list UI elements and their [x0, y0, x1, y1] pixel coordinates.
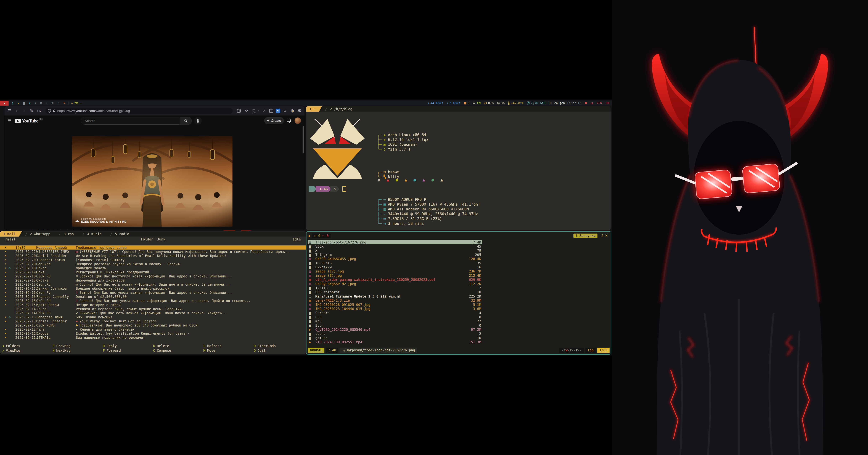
mail-row[interactable]: • 2025-02-19 Юлия Регистрация и Ликвидац… [0, 270, 306, 274]
url-bar[interactable]: https://www.youtube.com/watch?v=5b8A-jgx… [45, 108, 232, 114]
mail-row[interactable]: • 2025-02-20 Daniel Shnaider We Are Brea… [0, 254, 306, 258]
workspace-icon[interactable]: ∿ [63, 101, 66, 105]
mail-tab[interactable]: 4 music [79, 231, 107, 236]
bookmark-icon[interactable] [251, 109, 257, 113]
file-row[interactable]: ▆ Буря 0 [308, 323, 482, 327]
file-row[interactable]: ▨ IMG_20250123_164440_015.jpg 3,6M [308, 306, 482, 311]
workspace-icon[interactable]: ▆ [23, 101, 25, 105]
mail-row[interactable]: • 2025-02-17 Ozon.Ru ⊠Срочно! Для Вас ес… [0, 282, 306, 286]
workspace-icon[interactable]: ❯ [12, 101, 13, 105]
file-row[interactable]: ▢ MiniFuse1_Firmware_Update_1_5_0_212_wi… [308, 294, 482, 298]
scrollbar-thumb[interactable] [303, 126, 304, 153]
create-button[interactable]: +Create [264, 117, 284, 124]
notifications-bell-icon[interactable] [287, 118, 291, 123]
kitty-tab[interactable]: 1 ~ [306, 106, 322, 111]
file-row[interactable]: ▨ GkCOyLaXgAAP-H2.jpeg 112,2K [308, 282, 482, 286]
reload-icon[interactable]: ↻ [29, 108, 35, 113]
mail-row[interactable]: 2025-02-14 OZON_RU ✔Внимание! Для Вас ес… [0, 311, 306, 315]
mail-row[interactable]: • ✇ 2025-02-13 Лебедева Юлия SOS! Нужна … [0, 315, 306, 319]
file-row[interactable]: ▨ GkFPR-GXUAACWSS.jpeg 128,4K [308, 257, 482, 261]
voice-search-button[interactable] [194, 117, 202, 125]
shield-icon[interactable] [48, 109, 51, 113]
file-row[interactable]: ▨ image (8).jpg 212,4K [308, 273, 482, 278]
mail-row[interactable]: • 2025-02-12 Exodus Exodus Wallet: New V… [0, 331, 306, 335]
reader-columns-icon[interactable] [268, 109, 274, 113]
file-row[interactable]: ▆ gomuks 10 [308, 336, 482, 340]
mail-row[interactable]: • 14:35 Медведев Андрей Глобальные торго… [0, 246, 306, 250]
download-icon[interactable] [261, 109, 267, 113]
workspace-icon[interactable]: ↓ [46, 101, 48, 105]
bookmark-caret-icon[interactable]: ▾ [258, 110, 259, 112]
file-row[interactable]: ▆ OLD 0 [308, 315, 482, 319]
file-row[interactable]: ▆ 123113 2 [308, 286, 482, 290]
mail-row[interactable]: 2025-02-13 OZON_NEWS ⚑Поздравляем! Вам н… [0, 323, 306, 327]
youtube-logo[interactable]: YouTube RU [15, 118, 42, 124]
fm-tab[interactable]: 1 Загрузки [574, 233, 597, 238]
mail-row[interactable]: • 2025-02-16 Frances Connolly Donation o… [0, 294, 306, 299]
file-row[interactable]: ▨ IMG_20250128_091825_007.jpg 5,1M [308, 302, 482, 306]
workspace-icon[interactable]: # [52, 101, 54, 105]
picker-crosshair-icon[interactable] [282, 109, 288, 113]
translate-icon[interactable]: Aˣ [243, 109, 249, 113]
shell-prompt[interactable]: ~ 1.46 $ [309, 186, 346, 192]
mail-tab[interactable]: 2 whatsapp [22, 231, 56, 236]
file-row[interactable]: ▆ TORRENTS 35 [308, 261, 482, 265]
file-row[interactable]: ▶ Q_VIDEO_20241220_085546.mp4 97,2M [308, 327, 482, 331]
fm-tab[interactable]: 2 X [599, 233, 609, 238]
search-input[interactable] [84, 119, 177, 123]
darkreader-icon[interactable] [289, 109, 295, 113]
mail-row[interactable]: • 2025-02-20 YunoHost Forum [YunoHost Fo… [0, 258, 306, 262]
workspace-icon[interactable]: ᴥ [18, 101, 19, 105]
mail-row[interactable]: • 2025-02-17 Даниил Сотников Большое обн… [0, 286, 306, 290]
file-row[interactable]: ▨ image (17).jpg 236,7K [308, 269, 482, 273]
extensions-icon[interactable] [297, 109, 303, 113]
file-row[interactable]: ▶ VID_20241130_092551.mp4 151,3M [308, 340, 482, 344]
file-row[interactable]: ▆ Пингвины 16 [308, 265, 482, 269]
file-row[interactable]: ▆ VBOX 45 [308, 244, 482, 248]
mail-row[interactable]: • 2025-02-20 Неонила Экспресс-доставка г… [0, 262, 306, 266]
avatar[interactable] [294, 118, 301, 124]
rss-icon[interactable] [236, 109, 242, 113]
yt-menu-icon[interactable]: ☰ [8, 118, 11, 123]
file-row[interactable]: ▨ free-icon-bot-7167276.png 7,4K [308, 240, 482, 244]
mail-row[interactable]: • 2025-02-11 JETMAIL Ваш надежный подряд… [0, 335, 306, 339]
pointer-extension-icon[interactable] [276, 108, 280, 113]
bell-icon[interactable] [585, 102, 587, 105]
app-menu-icon[interactable]: ☰ [6, 108, 12, 113]
mail-row[interactable]: • 2025-02-22 WILDBERRIES-INFO ✉(ИЗВЕЩЕНИ… [0, 250, 306, 254]
mail-tab[interactable]: 3 rss [56, 231, 79, 236]
mail-row[interactable]: 2025-02-14 Эльза Реклама от первого лица… [0, 307, 306, 311]
mail-tab[interactable]: 1 mail [0, 231, 22, 236]
workspace-icon[interactable]: ▨ [40, 101, 42, 105]
search-box[interactable] [81, 117, 180, 125]
file-row[interactable]: ▥ oth_A_ardor-gaming-wakizashi_instrukci… [308, 278, 482, 282]
mail-row[interactable]: • 2025-02-15 Идите Лесом Четыре истории … [0, 303, 306, 307]
workspace-icon[interactable]: ≡ [58, 101, 59, 105]
workspace-icon[interactable]: ❖ [34, 101, 36, 105]
kitty-tab[interactable]: 2 /h/z/blog [322, 106, 358, 111]
keyboard-layout[interactable]: EN [473, 101, 480, 105]
mail-tab[interactable]: 5 radio [107, 231, 135, 236]
mail-row[interactable]: • 2025-02-15 OzOn_RU !Срочно! Для Вас по… [0, 299, 306, 303]
mail-row[interactable]: • 2025-02-12 Гала • Клиенты для вашего б… [0, 327, 306, 331]
file-row[interactable]: ▆ X 79 [308, 249, 482, 253]
back-icon[interactable]: ‹ [14, 108, 20, 113]
file-row[interactable]: ▆ 000-razobrat 10 [308, 290, 482, 294]
file-row[interactable]: ▆ mp3 77 [308, 319, 482, 323]
mail-row[interactable]: • 2025-02-16 Ozon_Py !Важно! Для Вас пос… [0, 290, 306, 294]
mail-row[interactable]: • ✇ 2025-02-19 Ольга приведем заказы [0, 266, 306, 270]
file-row[interactable]: ▧ Lens-FREE-1.3.zip 32,9M [308, 298, 482, 302]
mail-row[interactable]: • 2025-02-18 OZON_RU ⊠Срочно! Для Вас по… [0, 274, 306, 278]
sidebar-icon[interactable]: ❏▾ [36, 109, 42, 113]
arch-launcher-button[interactable]: ▲ [0, 101, 8, 105]
mail-row[interactable]: • 2025-02-18 Оксана Информация для дирек… [0, 278, 306, 282]
volume-module[interactable]: 87% [484, 101, 494, 105]
video-player[interactable]: ☁ Follow My SoundcloudEXEN RECORDS & INF… [72, 136, 232, 227]
forward-icon[interactable]: › [21, 108, 27, 113]
search-button[interactable] [180, 117, 192, 125]
file-row[interactable]: ▆ Telegram 205 [308, 253, 482, 257]
url-text[interactable]: https://www.youtube.com/watch?v=5b8A-jgx… [57, 109, 130, 113]
file-row[interactable]: ▆ Cursors 4 [308, 311, 482, 315]
file-row[interactable]: ▆ sound 2 [308, 332, 482, 336]
mail-row[interactable]: • 2025-02-13 Daniel Shnaider ✦Your Warmy… [0, 319, 306, 323]
